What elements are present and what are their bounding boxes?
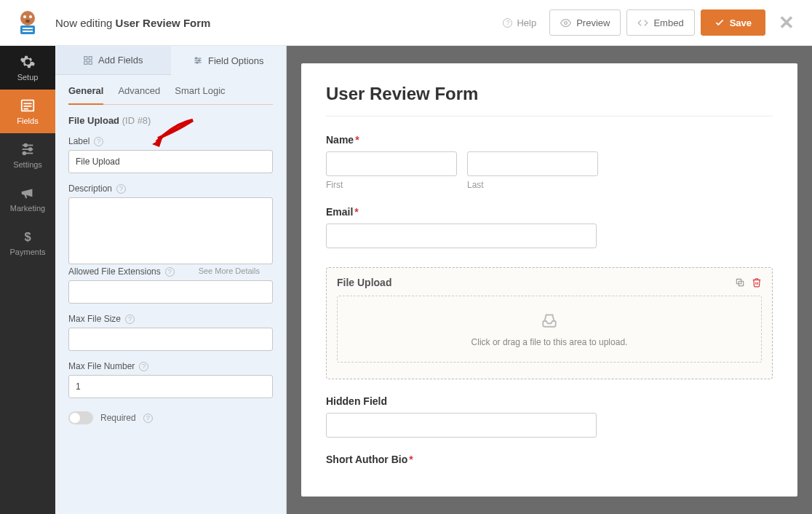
name-fields: First Last [326,151,773,190]
editing-form-name: User Review Form [116,17,211,29]
svg-point-3 [25,20,30,23]
check-icon [715,17,725,28]
max-size-input[interactable] [68,328,273,351]
duplicate-icon[interactable] [735,277,745,288]
see-more-link[interactable]: See More Details [199,266,260,275]
subtab-general[interactable]: General [68,85,103,105]
embed-label: Embed [653,17,683,28]
gear-icon [20,54,36,70]
help-icon[interactable]: ? [165,267,175,277]
top-bar: Now editing User Review Form ? Help Prev… [0,0,812,46]
file-upload-field[interactable]: File Upload Click or drag a file to this… [326,267,773,379]
hidden-input[interactable] [326,413,597,438]
svg-point-0 [20,11,35,25]
editing-prefix: Now editing [55,17,116,29]
help-icon[interactable]: ? [139,362,148,371]
nav-settings-label: Settings [13,160,42,169]
description-label-row: Description ? [68,183,273,194]
required-row: Required ? [68,411,273,424]
top-actions: ? Help Preview Embed Save ✕ [503,9,812,36]
help-icon[interactable]: ? [143,414,153,423]
label-label: Label [68,136,89,146]
required-asterisk: * [409,454,413,465]
hidden-label: Hidden Field [326,395,773,407]
nav-payments[interactable]: $ Payments [0,221,55,264]
nav-fields-label: Fields [17,116,38,125]
help-icon[interactable]: ? [94,137,103,146]
nav-settings[interactable]: Settings [0,133,55,177]
max-num-label-row: Max File Number ? [68,361,273,371]
tab-add-fields[interactable]: Add Fields [55,46,171,75]
form-title: User Review Form [326,84,773,116]
preview-label: Preview [576,17,610,28]
sliders-icon [20,141,36,157]
svg-point-15 [24,144,27,147]
first-name-input[interactable] [326,151,457,176]
save-label: Save [730,17,752,28]
svg-point-16 [29,148,32,151]
tab-field-options[interactable]: Field Options [171,46,287,75]
help-label: Help [517,17,536,28]
help-icon: ? [503,18,512,28]
help-icon[interactable]: ? [125,315,135,324]
subtabs: General Advanced Smart Logic [55,75,286,105]
grid-icon [83,55,93,66]
svg-rect-20 [89,56,92,59]
last-name-input[interactable] [467,151,598,176]
sidebar: Add Fields Field Options General Advance… [55,46,287,514]
eye-icon [560,17,571,28]
description-input[interactable] [68,197,273,264]
svg-rect-22 [89,61,92,64]
max-size-label: Max File Size [68,314,121,324]
last-name-sublabel: Last [467,180,598,190]
hidden-field-row: Hidden Field [326,395,773,438]
max-num-input[interactable] [68,375,273,398]
required-asterisk: * [354,206,358,218]
form-icon [20,98,36,114]
allowed-ext-input[interactable] [68,280,273,304]
canvas: User Review Form Name* First Last Email*… [287,46,812,514]
nav-fields[interactable]: Fields [0,90,55,133]
dollar-icon: $ [20,229,36,245]
svg-rect-21 [84,61,87,64]
tab-field-options-label: Field Options [208,55,264,66]
svg-rect-19 [84,56,87,59]
svg-point-7 [565,21,568,24]
sidebar-tabs: Add Fields Field Options [55,46,286,75]
svg-point-2 [29,15,32,18]
code-icon [637,17,648,28]
help-icon[interactable]: ? [116,184,126,194]
field-heading: File Upload (ID #8) [68,115,273,126]
close-button[interactable]: ✕ [771,12,802,34]
email-input[interactable] [326,224,597,248]
svg-point-26 [195,58,196,59]
save-button[interactable]: Save [701,9,765,36]
nav-rail: Setup Fields Settings Marketing $ Paymen… [0,46,55,514]
dropzone-hint: Click or drag a file to this area to upl… [471,337,628,347]
nav-setup-label: Setup [17,73,39,82]
label-label-row: Label ? [68,136,273,146]
inbox-icon [540,311,559,330]
dropzone[interactable]: Click or drag a file to this area to upl… [337,296,762,363]
email-row: Email* [326,206,773,248]
svg-rect-4 [20,25,35,34]
nav-marketing[interactable]: Marketing [0,177,55,221]
trash-icon[interactable] [752,277,762,288]
field-type-name: File Upload [68,115,119,126]
megaphone-icon [20,185,36,201]
subtab-advanced[interactable]: Advanced [118,85,160,105]
description-label: Description [68,183,112,194]
nav-setup[interactable]: Setup [0,46,55,90]
app-logo [0,0,55,46]
max-size-label-row: Max File Size ? [68,314,273,324]
embed-button[interactable]: Embed [626,9,694,36]
required-toggle[interactable] [68,411,93,424]
subtab-smart-logic[interactable]: Smart Logic [175,85,225,105]
preview-button[interactable]: Preview [549,9,621,36]
nav-payments-label: Payments [10,248,46,256]
first-name-sublabel: First [326,180,457,190]
label-input[interactable] [68,150,273,173]
svg-rect-5 [23,28,33,29]
help-link[interactable]: ? Help [503,17,536,28]
name-label: Name* [326,134,773,146]
